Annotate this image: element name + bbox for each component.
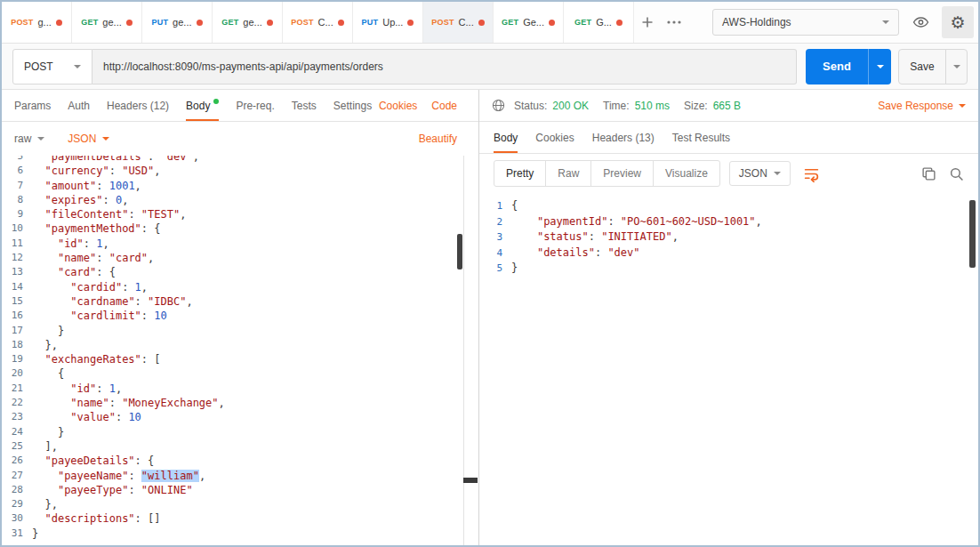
- line-number: 4: [479, 245, 511, 261]
- request-editor-tab[interactable]: Body: [186, 90, 219, 121]
- code-line[interactable]: 5 "paymentDetails": "dev",: [2, 156, 478, 164]
- request-tab[interactable]: POSTC...: [423, 2, 494, 43]
- request-tab[interactable]: GETG...: [564, 2, 634, 43]
- pane-resize-handle[interactable]: [463, 478, 478, 483]
- code-line[interactable]: 26 "payeeDetails": {: [2, 454, 478, 468]
- code-line[interactable]: 29 },: [2, 497, 478, 511]
- environment-bar: AWS-Holdings ⚙: [712, 2, 978, 43]
- code-line[interactable]: 23 "value": 10: [2, 410, 478, 424]
- wrap-text-button[interactable]: [799, 161, 824, 186]
- url-input[interactable]: http://localhost:8090/ms-payments-api/ap…: [92, 49, 797, 84]
- settings-button[interactable]: ⚙: [942, 6, 974, 38]
- tab-label: Auth: [68, 100, 90, 112]
- code-line[interactable]: 2 "paymentId": "PO~601~602~USD~1001",: [479, 214, 978, 230]
- response-view-button[interactable]: Raw: [546, 161, 591, 186]
- code-line[interactable]: 19 "exchangeRates": [: [2, 352, 478, 366]
- chevron-down-icon: [959, 104, 966, 108]
- code-line[interactable]: 8 "expires": 0,: [2, 193, 478, 207]
- response-view-button[interactable]: Preview: [591, 161, 654, 186]
- body-format-select[interactable]: raw: [14, 133, 44, 145]
- code-line[interactable]: 5}: [479, 261, 978, 277]
- request-editor-vertical-scrollbar-thumb[interactable]: [457, 234, 462, 269]
- code-text: "status": "INITIATED",: [511, 229, 679, 245]
- code-line[interactable]: 22 "name": "MoneyExchange",: [2, 396, 478, 410]
- body-language-select[interactable]: JSON: [68, 133, 109, 145]
- code-link[interactable]: Code: [431, 100, 457, 112]
- response-tab[interactable]: Cookies: [535, 122, 574, 153]
- code-line[interactable]: 27 "payeeName": "william",: [2, 469, 478, 483]
- line-number: 24: [2, 425, 32, 439]
- response-language-select[interactable]: JSON: [729, 161, 791, 186]
- tab-title: C...: [459, 17, 474, 28]
- code-line[interactable]: 20 {: [2, 366, 478, 381]
- request-tab[interactable]: GETge...: [213, 2, 283, 43]
- response-body-viewer[interactable]: 1{2 "paymentId": "PO~601~602~USD~1001",3…: [479, 193, 978, 545]
- response-tab[interactable]: Headers (13): [592, 122, 655, 153]
- environment-select[interactable]: AWS-Holdings: [712, 9, 899, 36]
- code-line[interactable]: 21 "id": 1,: [2, 382, 478, 396]
- code-line[interactable]: 12 "name": "card",: [2, 251, 478, 265]
- code-line[interactable]: 16 "cardlimit": 10: [2, 309, 478, 323]
- tab-method-label: GET: [221, 18, 238, 27]
- code-line[interactable]: 14 "cardid": 1,: [2, 280, 478, 294]
- code-line[interactable]: 3 "status": "INITIATED",: [479, 229, 978, 245]
- request-tab[interactable]: POSTC...: [283, 2, 353, 43]
- code-line[interactable]: 25 ],: [2, 439, 478, 454]
- request-body-editor[interactable]: 5 "paymentDetails": "dev",6 "currency": …: [2, 156, 478, 545]
- new-tab-button[interactable]: [634, 2, 661, 43]
- code-line[interactable]: 28 "payeeType": "ONLINE": [2, 483, 478, 497]
- code-line[interactable]: 31}: [2, 527, 478, 541]
- code-line[interactable]: 18 },: [2, 338, 478, 352]
- code-line[interactable]: 11 "id": 1,: [2, 237, 478, 251]
- response-view-button[interactable]: Pretty: [494, 161, 546, 186]
- method-select[interactable]: POST: [12, 49, 92, 84]
- tab-title: ge...: [102, 17, 121, 28]
- search-response-button[interactable]: [949, 166, 964, 181]
- code-line[interactable]: 13 "card": {: [2, 265, 478, 279]
- environment-quick-look-button[interactable]: [906, 9, 935, 36]
- request-editor-tab[interactable]: Auth: [68, 90, 90, 121]
- code-line[interactable]: 30 "descriptions": []: [2, 511, 478, 526]
- main-split: ParamsAuthHeaders (12)BodyPre-req.TestsS…: [2, 90, 978, 545]
- code-line[interactable]: 9 "fileContent": "TEST",: [2, 207, 478, 221]
- request-tab[interactable]: GETge...: [72, 2, 142, 43]
- code-line[interactable]: 4 "details": "dev": [479, 245, 978, 261]
- request-editor-tabs-row: ParamsAuthHeaders (12)BodyPre-req.TestsS…: [2, 90, 478, 122]
- chevron-down-icon: [37, 137, 44, 141]
- code-line[interactable]: 7 "amount": 1001,: [2, 179, 478, 193]
- cookies-link[interactable]: Cookies: [379, 100, 417, 112]
- request-editor-tab[interactable]: Params: [14, 90, 51, 121]
- request-editor-tab[interactable]: Headers (12): [107, 90, 169, 121]
- code-line[interactable]: 17 }: [2, 324, 478, 338]
- tab-title: ge...: [243, 17, 261, 28]
- code-line[interactable]: 6 "currency": "USD",: [2, 164, 478, 178]
- code-line[interactable]: 10 "paymentMethod": {: [2, 221, 478, 236]
- search-icon: [949, 166, 964, 181]
- request-tab[interactable]: POSTg...: [2, 2, 72, 43]
- line-number: 3: [479, 229, 511, 245]
- response-tab[interactable]: Test Results: [672, 122, 730, 153]
- send-options-button[interactable]: [868, 49, 891, 84]
- response-tab[interactable]: Body: [494, 122, 518, 153]
- request-tab[interactable]: PUTge...: [142, 2, 213, 43]
- request-tab[interactable]: PUTUp...: [353, 2, 423, 43]
- code-line[interactable]: 24 }: [2, 425, 478, 439]
- unsaved-changes-dot-icon: [126, 20, 133, 26]
- request-editor-tab[interactable]: Settings: [333, 90, 372, 121]
- line-number: 17: [2, 324, 32, 338]
- save-response-button[interactable]: Save Response: [878, 100, 966, 112]
- save-options-button[interactable]: [945, 50, 967, 84]
- more-tabs-button[interactable]: [661, 2, 687, 43]
- send-button[interactable]: Send: [806, 49, 868, 84]
- code-line[interactable]: 15 "cardname": "IDBC",: [2, 294, 478, 309]
- response-vertical-scrollbar-thumb[interactable]: [969, 200, 976, 268]
- response-view-button[interactable]: Visualize: [654, 161, 719, 186]
- editor-right-border: [463, 156, 464, 545]
- code-line[interactable]: 1{: [479, 198, 978, 214]
- save-button[interactable]: Save: [899, 50, 945, 84]
- beautify-button[interactable]: Beautify: [419, 133, 457, 145]
- request-tab[interactable]: GETGe...: [494, 2, 564, 43]
- request-editor-tab[interactable]: Pre-req.: [236, 90, 274, 121]
- copy-response-button[interactable]: [921, 166, 936, 181]
- request-editor-tab[interactable]: Tests: [292, 90, 317, 121]
